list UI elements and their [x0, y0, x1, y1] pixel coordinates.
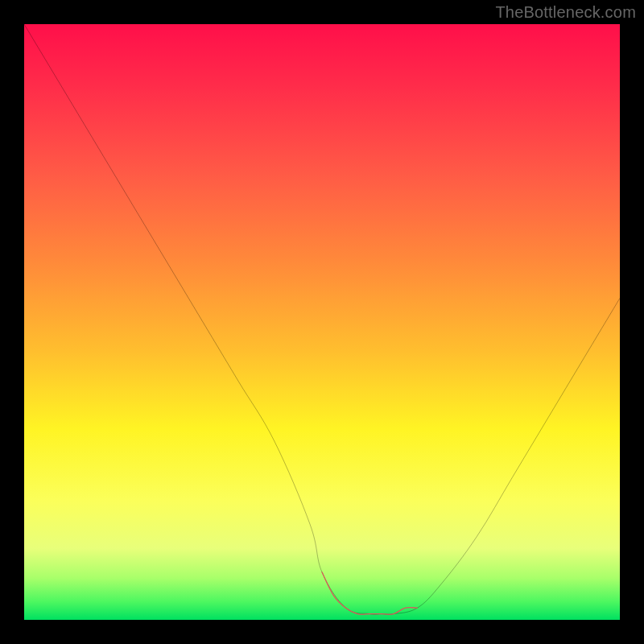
chart-frame: TheBottleneck.com — [0, 0, 644, 644]
site-watermark: TheBottleneck.com — [495, 3, 636, 22]
gradient-background — [24, 24, 620, 620]
bottleneck-chart — [24, 24, 620, 620]
plot-area — [24, 24, 620, 620]
